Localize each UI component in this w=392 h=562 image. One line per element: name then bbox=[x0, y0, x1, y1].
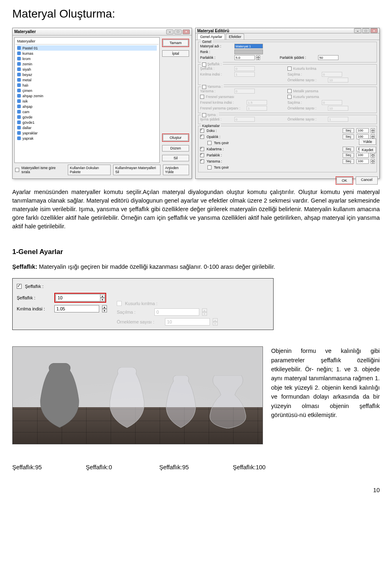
material-icon bbox=[17, 78, 21, 82]
flawed-refraction-label: Kusurlu kırılma bbox=[293, 67, 316, 71]
list-item[interactable]: metal bbox=[17, 77, 157, 83]
reflection-scatter-label: Saçılma : bbox=[287, 100, 320, 105]
bump-label: Kabartma : bbox=[207, 147, 235, 151]
opacity-checkbox[interactable] bbox=[200, 135, 204, 139]
invert-reflection-checkbox[interactable] bbox=[207, 165, 212, 169]
material-icon bbox=[17, 126, 21, 129]
seffaflik-value-label: Şeffaflık:95 bbox=[159, 464, 233, 471]
list-item[interactable]: siyah bbox=[17, 67, 157, 72]
list-item-label: isik bbox=[22, 99, 28, 103]
shininess-map-label: Parlaklık : bbox=[207, 153, 235, 157]
opacity-select-button[interactable]: Seç bbox=[343, 134, 354, 139]
metallic-label: Metalik yansıma bbox=[293, 89, 318, 93]
pack-textures-button[interactable]: Kullanılan Dokuları Pakete bbox=[68, 165, 111, 175]
texture-select-button[interactable]: Seç bbox=[343, 128, 354, 133]
spinner-down-icon[interactable]: ▾ bbox=[100, 298, 105, 301]
close-icon[interactable]: × bbox=[183, 29, 190, 34]
iptal-button[interactable]: İptal bbox=[162, 50, 189, 57]
fresnel-factor-field: 1 bbox=[247, 106, 267, 111]
shininess-map-value-field[interactable]: 100 bbox=[356, 153, 369, 158]
page-title: Materyal Oluşturma: bbox=[12, 7, 380, 20]
delete-unused-button[interactable]: Kullanılmayan Materyalleri Sil bbox=[113, 165, 160, 175]
tab-genel-ayarlar[interactable]: Genel Ayarlar bbox=[197, 33, 225, 40]
seffaflik-value-field[interactable]: 10 bbox=[56, 294, 100, 301]
vase-icon bbox=[107, 367, 147, 428]
sil-button[interactable]: Sil bbox=[162, 155, 189, 161]
tab-efektler[interactable]: Efektler bbox=[226, 33, 244, 40]
refraction-label: Kırılma indisi : bbox=[200, 72, 233, 76]
fresnel-checkbox bbox=[200, 95, 204, 99]
tamam-button[interactable]: Tamam bbox=[163, 40, 188, 46]
list-item[interactable]: krom bbox=[17, 56, 157, 61]
material-name-field[interactable]: Materyal 1 bbox=[234, 44, 263, 49]
list-item[interactable]: kumas bbox=[17, 51, 157, 56]
sample-count-label: Örnekleme sayısı : bbox=[287, 78, 326, 82]
close-icon[interactable]: × bbox=[370, 28, 378, 33]
spinner-down-icon[interactable]: ▾ bbox=[371, 161, 375, 164]
list-item[interactable]: ahşap bbox=[17, 104, 157, 109]
spinner-up-icon[interactable]: ▴ bbox=[100, 294, 105, 298]
olustur-button[interactable]: Oluştur bbox=[163, 134, 188, 141]
material-icon bbox=[17, 46, 21, 50]
seffaflik-group-checkbox[interactable] bbox=[202, 62, 206, 67]
spinner-down-icon[interactable]: ▾ bbox=[102, 309, 107, 312]
seffaflik-group-label: Şeffaflık : bbox=[207, 62, 221, 66]
isima-group-label: Işıma : bbox=[207, 113, 218, 117]
reflection-map-checkbox[interactable] bbox=[200, 159, 204, 163]
spinner-down-icon[interactable]: ▾ bbox=[371, 155, 375, 158]
material-editor-dialog: Materyal Editörü – □ × Genel Ayarlar Efe… bbox=[195, 28, 380, 179]
kaydet-button[interactable]: Kaydet bbox=[359, 147, 376, 153]
list-item[interactable]: zemin bbox=[17, 61, 157, 67]
shininess-map-checkbox[interactable] bbox=[200, 153, 204, 157]
bump-checkbox[interactable] bbox=[200, 147, 204, 151]
refraction-field: 1 bbox=[234, 72, 255, 77]
yukle-button[interactable]: Yükle bbox=[359, 138, 376, 145]
yansima-group-checkbox[interactable] bbox=[202, 85, 206, 89]
isima-group-checkbox[interactable] bbox=[202, 113, 206, 117]
texture-checkbox[interactable] bbox=[200, 129, 204, 133]
texture-value-field[interactable]: 100 bbox=[356, 128, 369, 133]
list-item[interactable]: dallar bbox=[17, 125, 157, 130]
shininess-intensity-field[interactable]: 50 bbox=[318, 55, 339, 60]
group-genel: Genel bbox=[201, 40, 213, 44]
materials-list[interactable]: Materyaller Pastel 01 kumas krom zemin s… bbox=[14, 37, 160, 163]
bump-select-button[interactable]: Seç bbox=[343, 147, 354, 152]
list-item[interactable]: gövde1 bbox=[17, 120, 157, 125]
maximize-icon[interactable]: □ bbox=[174, 29, 182, 34]
sort-checkbox[interactable] bbox=[15, 168, 19, 172]
group-kaplamalar: Kaplamalar bbox=[201, 124, 221, 128]
shininess-map-select-button[interactable]: Seç bbox=[343, 153, 354, 158]
spinner-down-icon[interactable]: ▾ bbox=[256, 58, 260, 60]
list-item[interactable]: cam bbox=[17, 109, 157, 114]
list-item-label: Pastel 01 bbox=[22, 46, 38, 50]
reflection-map-value-field[interactable]: 100 bbox=[356, 159, 369, 164]
list-item[interactable]: beyaz bbox=[17, 72, 157, 77]
color-swatch[interactable] bbox=[234, 49, 263, 54]
seffaflik-description: Şeffaflık: Materyalin ışığı geçiren bir … bbox=[12, 263, 380, 270]
list-item[interactable]: ahşap zemin bbox=[17, 93, 157, 98]
reflection-map-select-button[interactable]: Seç bbox=[343, 159, 354, 164]
spinner-down-icon[interactable]: ▾ bbox=[371, 131, 375, 133]
material-icon bbox=[17, 57, 21, 60]
shininess-field[interactable]: 5.0 bbox=[234, 55, 255, 60]
list-item[interactable]: isik bbox=[17, 98, 157, 104]
maximize-icon[interactable]: □ bbox=[362, 28, 370, 33]
list-item[interactable]: halı bbox=[17, 83, 157, 88]
invert-opacity-checkbox[interactable] bbox=[207, 141, 212, 145]
minimize-icon[interactable]: – bbox=[166, 29, 174, 34]
minimize-icon[interactable]: – bbox=[354, 28, 361, 33]
spinner-up-icon[interactable]: ▴ bbox=[102, 305, 107, 309]
cancel-button[interactable]: Cancel bbox=[356, 176, 378, 185]
seffaflik-enable-checkbox[interactable] bbox=[17, 284, 22, 289]
list-item[interactable]: yapraklar bbox=[17, 130, 157, 136]
load-archive-button[interactable]: Arşivden Yükle bbox=[163, 165, 189, 175]
list-item[interactable]: çimen bbox=[17, 88, 157, 93]
material-icon bbox=[17, 136, 21, 140]
refraction-index-field[interactable]: 1.05 bbox=[54, 305, 99, 312]
list-item[interactable]: Pastel 01 bbox=[17, 45, 157, 51]
duzen-button[interactable]: Düzen bbox=[162, 145, 189, 152]
emission-samples-label: Örnekleme sayısı : bbox=[287, 117, 326, 121]
list-item[interactable]: yaprak bbox=[17, 136, 157, 141]
ok-button[interactable]: OK bbox=[336, 177, 352, 184]
list-item[interactable]: gövde bbox=[17, 114, 157, 120]
